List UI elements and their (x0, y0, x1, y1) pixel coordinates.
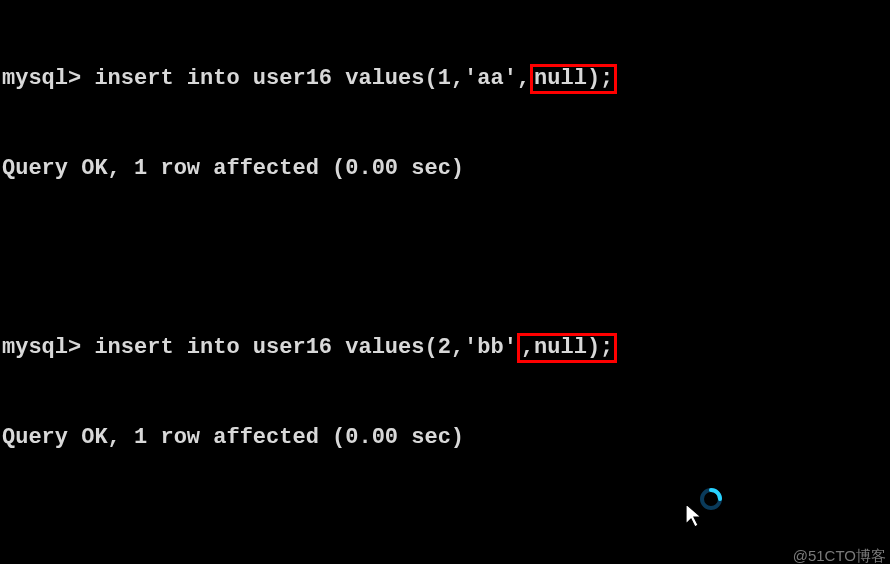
mysql-prompt: mysql> (2, 66, 81, 91)
insert-line-2: mysql> insert into user16 values(2,'bb',… (2, 333, 890, 363)
query-ok-2: Query OK, 1 row affected (0.00 sec) (2, 423, 890, 453)
query-ok-1: Query OK, 1 row affected (0.00 sec) (2, 154, 890, 184)
mouse-pointer-icon (684, 502, 706, 530)
mouse-cursor-area (684, 492, 724, 532)
highlight-null-1: null); (530, 64, 617, 94)
terminal-output[interactable]: mysql> insert into user16 values(1,'aa',… (2, 4, 890, 564)
blank-line (2, 512, 890, 542)
watermark-text: @51CTO博客 (793, 546, 886, 564)
blank-line (2, 243, 890, 273)
mysql-prompt: mysql> (2, 335, 81, 360)
insert-line-1: mysql> insert into user16 values(1,'aa',… (2, 64, 890, 94)
highlight-null-2: ,null); (517, 333, 617, 363)
